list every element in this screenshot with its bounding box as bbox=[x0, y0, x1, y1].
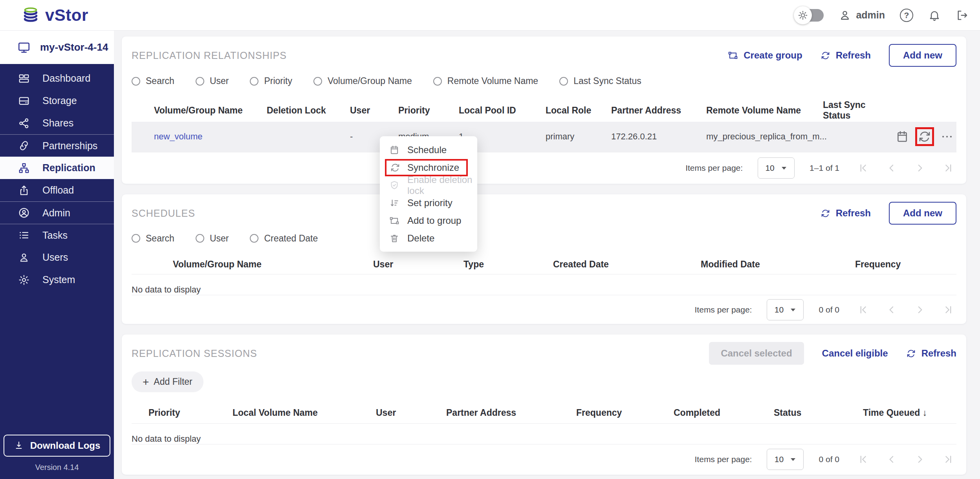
refresh-button[interactable]: Refresh bbox=[906, 348, 956, 359]
column-header[interactable]: Volume/Group Name bbox=[173, 259, 373, 270]
page-size-select[interactable]: 10 bbox=[767, 449, 804, 470]
relationships-filters: Search User Priority Volume/Grou bbox=[132, 74, 956, 88]
last-page-icon[interactable] bbox=[942, 304, 954, 316]
column-header[interactable]: Status bbox=[774, 408, 863, 418]
previous-page-icon[interactable] bbox=[886, 162, 898, 174]
column-header[interactable]: Deletion Lock bbox=[267, 105, 350, 116]
column-header[interactable]: Time Queued ↓ bbox=[863, 408, 956, 418]
menu-item-schedule[interactable]: Schedule bbox=[380, 141, 477, 159]
sidebar-item-replication[interactable]: Replication bbox=[0, 157, 114, 179]
first-page-icon[interactable] bbox=[857, 453, 869, 465]
server-name-item[interactable]: my-vStor-4-14 bbox=[0, 31, 114, 64]
admin-person-circle-icon bbox=[18, 207, 30, 219]
column-header[interactable]: Local Pool ID bbox=[459, 105, 546, 116]
download-logs-button[interactable]: Download Logs bbox=[4, 435, 111, 457]
chevron-down-icon bbox=[790, 307, 796, 312]
filter-radio[interactable]: Priority bbox=[250, 76, 292, 86]
last-page-icon[interactable] bbox=[942, 162, 954, 174]
dashboard-icon bbox=[18, 73, 30, 84]
create-group-button[interactable]: Create group bbox=[728, 50, 802, 61]
previous-page-icon[interactable] bbox=[886, 304, 898, 316]
radio-icon bbox=[559, 77, 568, 86]
column-header[interactable]: Completed bbox=[674, 408, 774, 418]
cancel-eligible-button[interactable]: Cancel eligible bbox=[822, 348, 888, 359]
column-header[interactable]: Created Date bbox=[553, 259, 701, 270]
link-icon bbox=[18, 140, 30, 152]
menu-item-enable-deletion-lock[interactable]: Enable deletion lock bbox=[380, 176, 477, 194]
column-header[interactable]: User bbox=[376, 408, 446, 418]
filter-radio[interactable]: Last Sync Status bbox=[559, 76, 641, 86]
version-label: Version 4.14 bbox=[35, 463, 79, 472]
refresh-button[interactable]: Refresh bbox=[821, 50, 871, 61]
column-header[interactable]: Local Volume Name bbox=[233, 408, 376, 418]
menu-item-set-priority[interactable]: Set priority bbox=[380, 194, 477, 212]
main-content: REPLICATION RELATIONSHIPS Create group R… bbox=[114, 31, 980, 479]
replication-sessions-card: REPLICATION SESSIONS Cancel selected Can… bbox=[122, 335, 966, 475]
filter-radio[interactable]: User bbox=[196, 76, 229, 86]
column-header[interactable]: Frequency bbox=[855, 259, 956, 270]
page-size-select[interactable]: 10 bbox=[767, 299, 804, 320]
filter-radio[interactable]: Search bbox=[132, 76, 174, 86]
volume-name-link[interactable]: new_volume bbox=[154, 132, 267, 142]
filter-radio[interactable]: Search bbox=[132, 233, 174, 244]
filter-radio[interactable]: Created Date bbox=[250, 233, 318, 244]
column-header[interactable]: Frequency bbox=[576, 408, 674, 418]
first-page-icon[interactable] bbox=[857, 162, 869, 174]
sidebar-item-label: Replication bbox=[42, 162, 95, 174]
sidebar-item-shares[interactable]: Shares bbox=[0, 112, 114, 134]
next-page-icon[interactable] bbox=[914, 304, 926, 316]
user-menu[interactable]: admin bbox=[839, 9, 885, 22]
column-header[interactable]: Last Sync Status bbox=[823, 100, 896, 121]
page-size-select[interactable]: 10 bbox=[758, 157, 795, 179]
add-filter-button[interactable]: + Add Filter bbox=[132, 371, 203, 392]
menu-item-synchronize[interactable]: Synchronize bbox=[380, 159, 477, 176]
column-header[interactable]: User bbox=[350, 105, 398, 116]
column-header[interactable]: Remote Volume Name bbox=[706, 105, 823, 116]
help-icon[interactable]: ? bbox=[900, 9, 913, 22]
sidebar-item-dashboard[interactable]: Dashboard bbox=[0, 67, 114, 90]
column-header[interactable]: Priority bbox=[148, 408, 233, 418]
filter-radio[interactable]: Volume/Group Name bbox=[313, 76, 412, 86]
sidebar-item-users[interactable]: Users bbox=[0, 246, 114, 269]
column-header[interactable]: Volume/Group Name bbox=[154, 105, 267, 116]
column-header[interactable]: Modified Date bbox=[701, 259, 855, 270]
brand-name: vStor bbox=[45, 6, 88, 25]
sidebar-item-partnerships[interactable]: Partnerships bbox=[0, 134, 114, 157]
relationship-row[interactable]: new_volume - medium 1 primary 172.26.0.2… bbox=[132, 122, 956, 152]
cancel-selected-button[interactable]: Cancel selected bbox=[709, 342, 804, 365]
radio-icon bbox=[250, 234, 258, 243]
empty-state-text: No data to display bbox=[132, 424, 956, 444]
more-actions-ellipsis-icon[interactable] bbox=[940, 130, 954, 143]
next-page-icon[interactable] bbox=[914, 453, 926, 465]
menu-item-delete[interactable]: Delete bbox=[380, 229, 477, 247]
column-header[interactable]: User bbox=[373, 259, 463, 270]
column-header[interactable]: Priority bbox=[398, 105, 459, 116]
column-header[interactable]: Partner Address bbox=[446, 408, 576, 418]
sidebar-item-storage[interactable]: Storage bbox=[0, 90, 114, 112]
object-group-icon bbox=[728, 50, 738, 60]
sidebar-item-admin[interactable]: Admin bbox=[0, 201, 114, 224]
schedule-calendar-icon[interactable] bbox=[896, 130, 909, 143]
logout-icon[interactable] bbox=[956, 9, 968, 22]
add-new-button[interactable]: Add new bbox=[889, 202, 956, 225]
column-header[interactable]: Type bbox=[463, 259, 553, 270]
sidebar-item-offload[interactable]: Offload bbox=[0, 179, 114, 201]
sidebar-item-system[interactable]: System bbox=[0, 269, 114, 291]
synchronize-icon[interactable] bbox=[918, 130, 931, 143]
theme-toggle[interactable] bbox=[797, 9, 824, 22]
sidebar-item-tasks[interactable]: Tasks bbox=[0, 224, 114, 246]
column-header[interactable]: Local Role bbox=[546, 105, 611, 116]
column-header[interactable]: Partner Address bbox=[611, 105, 706, 116]
filter-radio[interactable]: User bbox=[196, 233, 229, 244]
notifications-bell-icon[interactable] bbox=[928, 9, 941, 22]
previous-page-icon[interactable] bbox=[886, 453, 898, 465]
menu-item-add-to-group[interactable]: Add to group bbox=[380, 212, 477, 229]
last-page-icon[interactable] bbox=[942, 453, 954, 465]
synchronize-highlight-annotation: Synchronize bbox=[385, 159, 468, 176]
filter-radio[interactable]: Remote Volume Name bbox=[433, 76, 538, 86]
refresh-icon bbox=[906, 349, 916, 358]
add-new-button[interactable]: Add new bbox=[889, 44, 956, 67]
first-page-icon[interactable] bbox=[857, 304, 869, 316]
next-page-icon[interactable] bbox=[914, 162, 926, 174]
refresh-button[interactable]: Refresh bbox=[821, 208, 871, 219]
